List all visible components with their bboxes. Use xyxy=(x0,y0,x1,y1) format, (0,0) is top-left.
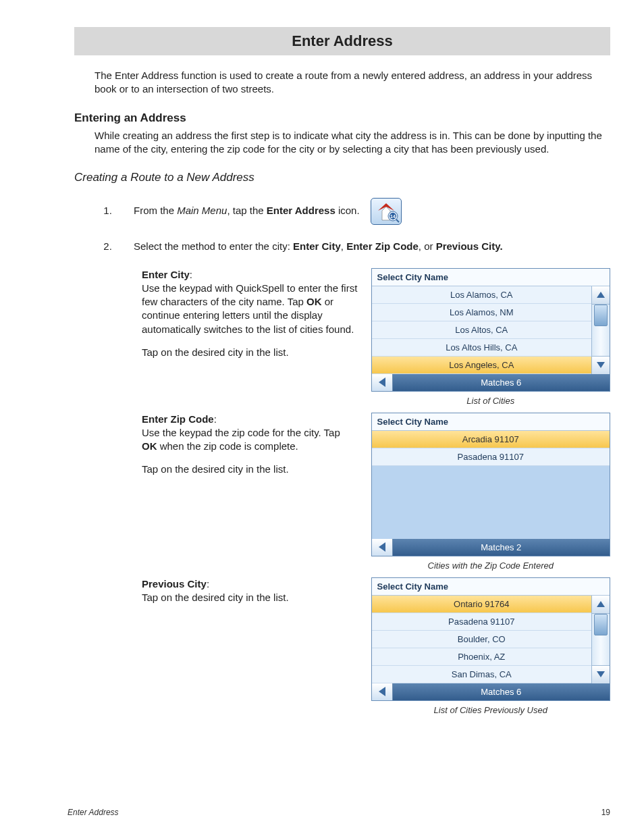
step1-frag-e: icon. xyxy=(336,205,360,216)
figure-caption: Cities with the Zip Code Entered xyxy=(371,561,610,571)
city-list-widget: Select City Name Los Alamos, CA Los Alam… xyxy=(371,268,610,392)
list-item[interactable]: Pasadena 91107 xyxy=(372,613,591,631)
footer-section-name: Enter Address xyxy=(68,808,119,817)
enter-zip-p1c: when the zip code is complete. xyxy=(157,440,298,452)
page-title: Enter Address xyxy=(74,27,610,55)
list-item[interactable]: Los Alamos, NM xyxy=(372,304,591,321)
matches-label: Matches 6 xyxy=(393,374,610,391)
figure-caption: List of Cities xyxy=(371,396,610,406)
widget-header: Select City Name xyxy=(372,269,610,286)
enter-address-icon: 14 xyxy=(371,198,402,225)
step2-frag-a: Select the method to enter the city: xyxy=(134,240,293,252)
list-item[interactable]: Los Alamos, CA xyxy=(372,286,591,304)
step1-frag-c: , tap the xyxy=(227,205,266,216)
previous-city-list-widget: Select City Name Ontario 91764 Pasadena … xyxy=(371,577,610,701)
previous-city-label: Previous City xyxy=(142,578,207,590)
svg-text:14: 14 xyxy=(390,214,396,219)
enter-zip-ok: OK xyxy=(142,440,157,452)
step1-enter-address: Enter Address xyxy=(267,205,336,216)
scroll-track[interactable] xyxy=(592,305,610,356)
scroll-down-icon[interactable] xyxy=(592,665,610,683)
enter-city-text: Enter City: Use the keypad with QuickSpe… xyxy=(142,268,358,369)
enter-zip-text: Enter Zip Code: Use the keypad the zip c… xyxy=(142,413,358,486)
enter-zip-p2: Tap on the desired city in the list. xyxy=(142,463,358,476)
step-2: Select the method to enter the city: Ent… xyxy=(115,240,610,253)
scroll-thumb[interactable] xyxy=(594,614,608,635)
list-item[interactable]: Boulder, CO xyxy=(372,631,591,648)
svg-line-5 xyxy=(396,219,399,222)
scrollbar[interactable] xyxy=(591,286,610,374)
list-item-selected[interactable]: Arcadia 91107 xyxy=(372,431,610,448)
scroll-thumb[interactable] xyxy=(594,305,608,326)
list-item[interactable]: Pasadena 91107 xyxy=(372,448,610,466)
back-icon[interactable] xyxy=(372,374,393,391)
matches-label: Matches 6 xyxy=(393,683,610,700)
step-1: From the Main Menu, tap the Enter Addres… xyxy=(115,198,610,225)
step2-enter-city: Enter City xyxy=(293,240,341,252)
step2-previous-city: Previous City. xyxy=(436,240,503,252)
widget-header: Select City Name xyxy=(372,413,610,431)
scroll-down-icon[interactable] xyxy=(592,356,610,374)
scroll-up-icon[interactable] xyxy=(592,286,610,305)
list-item[interactable]: Los Altos Hills, CA xyxy=(372,339,591,357)
intro-text: The Enter Address function is used to cr… xyxy=(95,69,610,97)
step2-frag-e: , or xyxy=(419,240,436,252)
enter-zip-p1a: Use the keypad the zip code for the city… xyxy=(142,427,340,438)
scroll-up-icon[interactable] xyxy=(592,596,610,614)
section-heading-creating-route: Creating a Route to a New Address xyxy=(74,171,610,184)
back-icon[interactable] xyxy=(372,683,393,700)
list-item-selected[interactable]: Ontario 91764 xyxy=(372,596,591,613)
figure-caption: List of Cities Previously Used xyxy=(371,705,610,715)
scrollbar[interactable] xyxy=(591,596,610,683)
back-icon[interactable] xyxy=(372,539,393,556)
enter-city-ok: OK xyxy=(306,296,322,307)
zip-list-widget: Select City Name Arcadia 91107 Pasadena … xyxy=(371,413,610,556)
enter-city-p2: Tap on the desired city in the list. xyxy=(142,346,358,359)
step1-main-menu: Main Menu xyxy=(177,205,227,216)
step2-frag-c: , xyxy=(341,240,346,252)
scroll-track[interactable] xyxy=(592,614,610,665)
page-number: 19 xyxy=(601,808,610,817)
widget-header: Select City Name xyxy=(372,578,610,596)
list-item[interactable]: Phoenix, AZ xyxy=(372,648,591,666)
matches-label: Matches 2 xyxy=(393,539,610,556)
list-item[interactable]: San Dimas, CA xyxy=(372,666,591,683)
step1-frag-a: From the xyxy=(134,205,177,216)
previous-city-p1: Tap on the desired city in the list. xyxy=(142,592,289,603)
section-heading-entering: Entering an Address xyxy=(74,111,610,125)
step2-enter-zip: Enter Zip Code xyxy=(346,240,419,252)
section-text-entering: While creating an address the first step… xyxy=(95,129,610,157)
previous-city-text: Previous City: Tap on the desired city i… xyxy=(142,577,358,615)
list-item[interactable]: Los Altos, CA xyxy=(372,321,591,339)
list-empty-area xyxy=(372,466,610,539)
list-item-selected[interactable]: Los Angeles, CA xyxy=(372,357,591,374)
enter-city-label: Enter City xyxy=(142,269,190,280)
enter-zip-label: Enter Zip Code xyxy=(142,413,214,425)
